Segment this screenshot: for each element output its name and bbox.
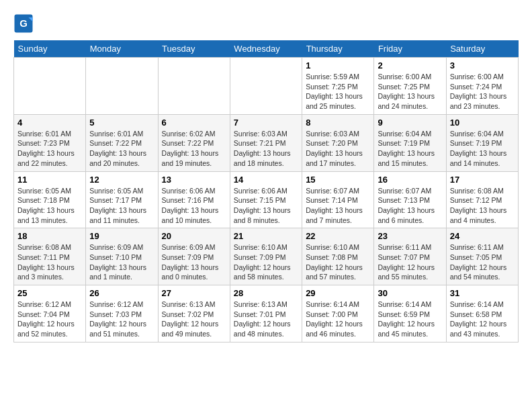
- day-info: Sunrise: 6:08 AM Sunset: 7:11 PM Dayligh…: [17, 242, 82, 282]
- day-number: 16: [378, 175, 442, 185]
- calendar-cell: 11Sunrise: 6:05 AM Sunset: 7:18 PM Dayli…: [14, 171, 86, 228]
- day-number: 13: [162, 175, 226, 185]
- day-number: 15: [306, 175, 370, 185]
- day-info: Sunrise: 6:03 AM Sunset: 7:21 PM Dayligh…: [234, 129, 298, 169]
- calendar-cell: 30Sunrise: 6:14 AM Sunset: 6:59 PM Dayli…: [374, 285, 446, 342]
- day-info: Sunrise: 6:11 AM Sunset: 7:05 PM Dayligh…: [450, 242, 515, 282]
- calendar-cell: 15Sunrise: 6:07 AM Sunset: 7:14 PM Dayli…: [302, 171, 374, 228]
- day-number: 22: [306, 231, 370, 241]
- day-number: 19: [89, 231, 154, 241]
- day-number: 28: [234, 288, 298, 298]
- weekday-header: Friday: [374, 40, 446, 58]
- calendar-cell: 13Sunrise: 6:06 AM Sunset: 7:16 PM Dayli…: [158, 171, 230, 228]
- logo-icon: G: [13, 13, 34, 34]
- day-number: 7: [234, 118, 298, 128]
- day-info: Sunrise: 5:59 AM Sunset: 7:25 PM Dayligh…: [306, 72, 370, 111]
- day-info: Sunrise: 6:09 AM Sunset: 7:10 PM Dayligh…: [89, 242, 154, 282]
- day-number: 20: [162, 231, 226, 241]
- calendar-cell: 6Sunrise: 6:02 AM Sunset: 7:22 PM Daylig…: [158, 114, 230, 171]
- day-info: Sunrise: 6:04 AM Sunset: 7:19 PM Dayligh…: [450, 129, 515, 169]
- day-number: 5: [89, 118, 154, 128]
- calendar-table: SundayMondayTuesdayWednesdayThursdayFrid…: [13, 40, 519, 342]
- calendar-cell: 1Sunrise: 5:59 AM Sunset: 7:25 PM Daylig…: [302, 58, 374, 115]
- day-info: Sunrise: 6:14 AM Sunset: 6:59 PM Dayligh…: [378, 300, 442, 339]
- day-number: 3: [450, 60, 515, 71]
- day-number: 18: [17, 231, 82, 241]
- calendar-cell: [230, 58, 302, 115]
- day-info: Sunrise: 6:11 AM Sunset: 7:07 PM Dayligh…: [378, 242, 442, 282]
- calendar-cell: 20Sunrise: 6:09 AM Sunset: 7:09 PM Dayli…: [158, 228, 230, 285]
- calendar-cell: 9Sunrise: 6:04 AM Sunset: 7:19 PM Daylig…: [374, 114, 446, 171]
- calendar-cell: [14, 58, 86, 115]
- day-number: 1: [306, 60, 370, 71]
- day-number: 9: [378, 118, 442, 128]
- calendar-cell: 7Sunrise: 6:03 AM Sunset: 7:21 PM Daylig…: [230, 114, 302, 171]
- day-info: Sunrise: 6:01 AM Sunset: 7:23 PM Dayligh…: [17, 129, 82, 169]
- calendar-cell: [158, 58, 230, 115]
- day-number: 14: [234, 175, 298, 185]
- day-info: Sunrise: 6:12 AM Sunset: 7:03 PM Dayligh…: [89, 300, 154, 339]
- calendar-cell: [86, 58, 158, 115]
- calendar-cell: 26Sunrise: 6:12 AM Sunset: 7:03 PM Dayli…: [86, 285, 158, 342]
- calendar-cell: 2Sunrise: 6:00 AM Sunset: 7:25 PM Daylig…: [374, 58, 446, 115]
- day-info: Sunrise: 6:05 AM Sunset: 7:18 PM Dayligh…: [17, 186, 82, 226]
- day-info: Sunrise: 6:05 AM Sunset: 7:17 PM Dayligh…: [89, 186, 154, 226]
- day-info: Sunrise: 6:01 AM Sunset: 7:22 PM Dayligh…: [89, 129, 154, 169]
- calendar-cell: 31Sunrise: 6:14 AM Sunset: 6:58 PM Dayli…: [446, 285, 518, 342]
- day-info: Sunrise: 6:00 AM Sunset: 7:24 PM Dayligh…: [450, 72, 515, 111]
- weekday-header: Sunday: [14, 40, 86, 58]
- weekday-header: Tuesday: [158, 40, 230, 58]
- calendar-header-row: SundayMondayTuesdayWednesdayThursdayFrid…: [14, 40, 519, 58]
- calendar-cell: 25Sunrise: 6:12 AM Sunset: 7:04 PM Dayli…: [14, 285, 86, 342]
- day-info: Sunrise: 6:13 AM Sunset: 7:01 PM Dayligh…: [234, 300, 298, 339]
- day-number: 2: [378, 60, 442, 71]
- svg-text:G: G: [19, 17, 28, 29]
- calendar-cell: 23Sunrise: 6:11 AM Sunset: 7:07 PM Dayli…: [374, 228, 446, 285]
- calendar-cell: 28Sunrise: 6:13 AM Sunset: 7:01 PM Dayli…: [230, 285, 302, 342]
- day-info: Sunrise: 6:02 AM Sunset: 7:22 PM Dayligh…: [162, 129, 226, 169]
- calendar-week-row: 18Sunrise: 6:08 AM Sunset: 7:11 PM Dayli…: [14, 228, 519, 285]
- weekday-header: Saturday: [446, 40, 518, 58]
- day-number: 6: [162, 118, 226, 128]
- weekday-header: Wednesday: [230, 40, 302, 58]
- calendar-cell: 16Sunrise: 6:07 AM Sunset: 7:13 PM Dayli…: [374, 171, 446, 228]
- calendar-cell: 19Sunrise: 6:09 AM Sunset: 7:10 PM Dayli…: [86, 228, 158, 285]
- calendar-cell: 14Sunrise: 6:06 AM Sunset: 7:15 PM Dayli…: [230, 171, 302, 228]
- day-number: 12: [89, 175, 154, 185]
- day-number: 17: [450, 175, 515, 185]
- day-info: Sunrise: 6:14 AM Sunset: 7:00 PM Dayligh…: [306, 300, 370, 339]
- calendar-cell: 27Sunrise: 6:13 AM Sunset: 7:02 PM Dayli…: [158, 285, 230, 342]
- weekday-header: Thursday: [302, 40, 374, 58]
- day-info: Sunrise: 6:03 AM Sunset: 7:20 PM Dayligh…: [306, 129, 370, 169]
- day-number: 21: [234, 231, 298, 241]
- calendar-week-row: 11Sunrise: 6:05 AM Sunset: 7:18 PM Dayli…: [14, 171, 519, 228]
- day-info: Sunrise: 6:08 AM Sunset: 7:12 PM Dayligh…: [450, 186, 515, 226]
- day-number: 4: [17, 118, 82, 128]
- calendar-cell: 12Sunrise: 6:05 AM Sunset: 7:17 PM Dayli…: [86, 171, 158, 228]
- day-number: 30: [378, 288, 442, 298]
- day-info: Sunrise: 6:04 AM Sunset: 7:19 PM Dayligh…: [378, 129, 442, 169]
- page-header: G: [13, 13, 519, 34]
- day-number: 31: [450, 288, 515, 298]
- day-number: 11: [17, 175, 82, 185]
- day-info: Sunrise: 6:13 AM Sunset: 7:02 PM Dayligh…: [162, 300, 226, 339]
- calendar-cell: 17Sunrise: 6:08 AM Sunset: 7:12 PM Dayli…: [446, 171, 518, 228]
- day-info: Sunrise: 6:10 AM Sunset: 7:09 PM Dayligh…: [234, 242, 298, 282]
- day-info: Sunrise: 6:07 AM Sunset: 7:14 PM Dayligh…: [306, 186, 370, 226]
- logo: G: [13, 13, 36, 34]
- day-number: 25: [17, 288, 82, 298]
- day-info: Sunrise: 6:06 AM Sunset: 7:15 PM Dayligh…: [234, 186, 298, 226]
- calendar-cell: 29Sunrise: 6:14 AM Sunset: 7:00 PM Dayli…: [302, 285, 374, 342]
- day-info: Sunrise: 6:06 AM Sunset: 7:16 PM Dayligh…: [162, 186, 226, 226]
- day-number: 10: [450, 118, 515, 128]
- day-info: Sunrise: 6:10 AM Sunset: 7:08 PM Dayligh…: [306, 242, 370, 282]
- day-info: Sunrise: 6:14 AM Sunset: 6:58 PM Dayligh…: [450, 300, 515, 339]
- day-number: 8: [306, 118, 370, 128]
- calendar-cell: 3Sunrise: 6:00 AM Sunset: 7:24 PM Daylig…: [446, 58, 518, 115]
- calendar-cell: 5Sunrise: 6:01 AM Sunset: 7:22 PM Daylig…: [86, 114, 158, 171]
- day-info: Sunrise: 6:00 AM Sunset: 7:25 PM Dayligh…: [378, 72, 442, 111]
- day-info: Sunrise: 6:12 AM Sunset: 7:04 PM Dayligh…: [17, 300, 82, 339]
- day-number: 27: [162, 288, 226, 298]
- calendar-cell: 21Sunrise: 6:10 AM Sunset: 7:09 PM Dayli…: [230, 228, 302, 285]
- day-number: 26: [89, 288, 154, 298]
